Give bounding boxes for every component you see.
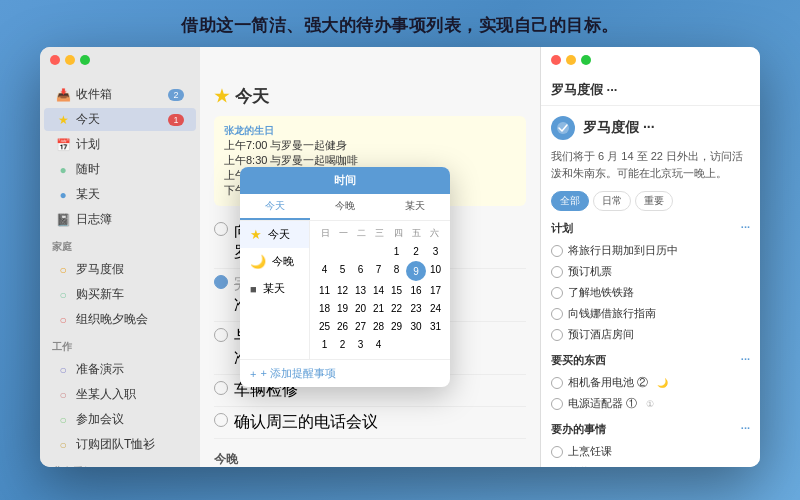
cal-tab-evening[interactable]: 今晚 [310, 194, 380, 220]
task-check-0[interactable] [214, 222, 228, 236]
calendar-day[interactable]: 1 [316, 336, 333, 353]
plan-check-0[interactable] [551, 245, 563, 257]
todo-check-0[interactable] [551, 446, 563, 458]
calendar-day[interactable]: 11 [316, 282, 333, 299]
calendar-day[interactable]: 12 [334, 282, 351, 299]
calendar-day[interactable]: 4 [370, 336, 387, 353]
plan-check-2[interactable] [551, 287, 563, 299]
filter-daily[interactable]: 日常 [593, 191, 631, 211]
detail-close[interactable] [551, 55, 561, 65]
calendar-day[interactable]: 3 [427, 243, 444, 260]
todo-section-more[interactable]: ··· [741, 422, 750, 437]
calendar-day[interactable] [370, 243, 387, 260]
calendar-day[interactable]: 10 [427, 261, 444, 281]
sidebar-item-buycar[interactable]: ○ 购买新车 [44, 283, 196, 306]
sidebar-item-order[interactable]: ○ 订购团队T恤衫 [44, 433, 196, 456]
sidebar-item-onboard[interactable]: ○ 坐某人入职 [44, 383, 196, 406]
maximize-button[interactable] [80, 55, 90, 65]
calendar-day[interactable] [316, 243, 333, 260]
calendar-day[interactable]: 25 [316, 318, 333, 335]
calendar-day[interactable]: 24 [427, 300, 444, 317]
list-item-evening[interactable]: 🌙 今晚 [240, 248, 309, 275]
calendar-day[interactable]: 31 [427, 318, 444, 335]
calendar-day[interactable]: 2 [334, 336, 351, 353]
calendar-day[interactable]: 28 [370, 318, 387, 335]
task-check-2[interactable] [214, 328, 228, 342]
task-check-3[interactable] [214, 381, 228, 395]
calendar-day[interactable]: 19 [334, 300, 351, 317]
prepare-label: 准备演示 [76, 361, 124, 378]
sidebar-item-inbox[interactable]: 📥 收件箱 2 [44, 83, 196, 106]
calendar-day[interactable]: 22 [388, 300, 405, 317]
plan-check-1[interactable] [551, 266, 563, 278]
calendar-day[interactable] [388, 336, 405, 353]
filter-all[interactable]: 全部 [551, 191, 589, 211]
day-header-5: 五 [407, 227, 425, 240]
calendar-day[interactable]: 20 [352, 300, 369, 317]
day-header-3: 三 [371, 227, 389, 240]
sidebar-item-today[interactable]: ★ 今天 1 [44, 108, 196, 131]
today-title-text: 今天 [235, 85, 269, 108]
sidebar-item-diary[interactable]: 📓 日志簿 [44, 208, 196, 231]
sidebar-item-attend[interactable]: ○ 参加会议 [44, 408, 196, 431]
minimize-button[interactable] [65, 55, 75, 65]
list-someday-label: 某天 [263, 281, 285, 296]
calendar-day[interactable]: 4 [316, 261, 333, 281]
day-header-1: 一 [334, 227, 352, 240]
plan-check-4[interactable] [551, 329, 563, 341]
plan-section-header: 计划 ··· [551, 221, 750, 236]
calendar-day[interactable]: 26 [334, 318, 351, 335]
filter-important[interactable]: 重要 [635, 191, 673, 211]
calendar-day[interactable]: 13 [352, 282, 369, 299]
add-reminder-button[interactable]: + + 添加提醒事项 [240, 359, 450, 387]
calendar-day[interactable]: 9 [406, 261, 426, 281]
calendar-day[interactable]: 18 [316, 300, 333, 317]
calendar-day[interactable]: 14 [370, 282, 387, 299]
calendar-day[interactable]: 6 [352, 261, 369, 281]
calendar-day[interactable]: 5 [334, 261, 351, 281]
sidebar-item-plan[interactable]: 📅 计划 [44, 133, 196, 156]
calendar-day[interactable] [427, 336, 444, 353]
detail-maximize[interactable] [581, 55, 591, 65]
calendar-day[interactable] [334, 243, 351, 260]
list-item-someday[interactable]: ■ 某天 [240, 275, 309, 302]
calendar-day[interactable] [352, 243, 369, 260]
task-check-4[interactable] [214, 413, 228, 427]
calendar-day[interactable]: 3 [352, 336, 369, 353]
sidebar-item-rome[interactable]: ○ 罗马度假 [44, 258, 196, 281]
task-check-1[interactable] [214, 275, 228, 289]
plan-check-3[interactable] [551, 308, 563, 320]
calendar-day[interactable]: 29 [388, 318, 405, 335]
sidebar-item-random[interactable]: ● 随时 [44, 158, 196, 181]
sidebar-item-organize[interactable]: ○ 组织晚夕晚会 [44, 308, 196, 331]
calendar-day[interactable]: 7 [370, 261, 387, 281]
today-icon: ★ [56, 113, 70, 127]
calendar-day[interactable]: 17 [427, 282, 444, 299]
buy-check-1[interactable] [551, 398, 563, 410]
calendar-day[interactable]: 8 [388, 261, 405, 281]
cal-tab-today[interactable]: 今天 [240, 194, 310, 220]
calendar-day[interactable]: 23 [406, 300, 426, 317]
calendar-day[interactable]: 1 [388, 243, 405, 260]
calendar-day[interactable] [406, 336, 426, 353]
calendar-day[interactable]: 2 [406, 243, 426, 260]
calendar-day[interactable]: 30 [406, 318, 426, 335]
detail-minimize[interactable] [566, 55, 576, 65]
calendar-day[interactable]: 16 [406, 282, 426, 299]
sidebar-item-prepare[interactable]: ○ 准备演示 [44, 358, 196, 381]
buy-tag-0: 🌙 [657, 378, 668, 388]
list-item-today[interactable]: ★ 今天 [240, 221, 309, 248]
calendar-day[interactable]: 27 [352, 318, 369, 335]
random-label: 随时 [76, 161, 100, 178]
calendar-day[interactable]: 15 [388, 282, 405, 299]
sidebar-item-someday[interactable]: ● 某天 [44, 183, 196, 206]
today-section-title: ★ 今天 [214, 85, 526, 108]
calendar-day[interactable]: 21 [370, 300, 387, 317]
sidebar: 📥 收件箱 2 ★ 今天 1 📅 计划 ● 随时 ● 某天 📓 日志簿 [40, 47, 200, 467]
plan-section-more[interactable]: ··· [741, 221, 750, 236]
todo-check-1[interactable] [551, 467, 563, 468]
buy-section-more[interactable]: ··· [741, 353, 750, 368]
buy-check-0[interactable] [551, 377, 563, 389]
close-button[interactable] [50, 55, 60, 65]
cal-tab-someday[interactable]: 某天 [380, 194, 450, 220]
